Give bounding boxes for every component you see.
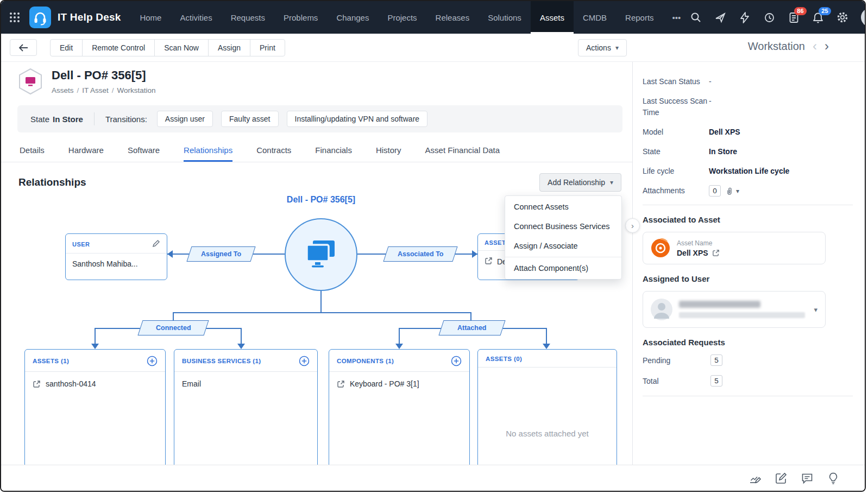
remote-control-button[interactable]: Remote Control [82, 39, 155, 56]
field-last-scan-status: Last Scan Status - [643, 76, 853, 87]
tab-relationships[interactable]: Relationships [184, 138, 232, 162]
notes-edit-icon[interactable] [775, 472, 788, 485]
add-plus-icon[interactable] [451, 356, 462, 366]
breadcrumb-workstation[interactable]: Workstation [117, 86, 156, 94]
divider [94, 112, 95, 125]
add-relationship-button[interactable]: Add Relationship ▾ [539, 173, 621, 192]
back-button[interactable] [10, 39, 37, 56]
lightbulb-icon[interactable] [827, 472, 840, 485]
tasks-badge: 86 [794, 7, 806, 15]
worklog-chart-icon[interactable] [749, 472, 762, 485]
tab-hardware[interactable]: Hardware [68, 138, 104, 162]
nav-item-home[interactable]: Home [130, 1, 171, 34]
app-logo[interactable] [29, 7, 51, 28]
group-item-link[interactable]: santhosh-0414 [25, 372, 165, 388]
nav-item-solutions[interactable]: Solutions [479, 1, 531, 34]
group-title: ASSETS (1) [33, 358, 69, 364]
arrowhead [472, 250, 477, 258]
nav-item-more[interactable]: ••• [663, 1, 690, 34]
tab-details[interactable]: Details [20, 138, 45, 162]
root-asset-link[interactable]: Dell - PO# 356[5] [240, 195, 402, 205]
assign-button[interactable]: Assign [208, 39, 250, 56]
announcement-icon[interactable] [714, 11, 726, 23]
edge-label-assigned-to: Assigned To [186, 246, 255, 262]
bottom-action-bar [1, 465, 865, 491]
user-node-label: USER [72, 241, 90, 248]
menu-item-connect-assets[interactable]: Connect Assets [505, 197, 621, 217]
tab-contracts[interactable]: Contracts [256, 138, 291, 162]
nav-item-activities[interactable]: Activities [171, 1, 221, 34]
menu-item-assign-associate[interactable]: Assign / Associate [505, 236, 621, 256]
associated-requests-heading: Associated Requests [643, 338, 853, 347]
edit-button[interactable]: Edit [50, 39, 83, 56]
tab-software[interactable]: Software [128, 138, 160, 162]
asset-header: Dell - PO# 356[5] Assets/IT Asset/Workst… [1, 62, 632, 98]
menu-divider [505, 257, 621, 257]
sidebar-collapse-button[interactable]: › [625, 218, 640, 233]
top-navigation: IT Help Desk Home Activities Requests Pr… [1, 1, 865, 34]
nav-item-cmdb[interactable]: CMDB [574, 1, 616, 34]
asset-hub-node[interactable] [285, 218, 357, 291]
connector-line [241, 328, 242, 345]
transition-assign-user-button[interactable]: Assign user [157, 111, 213, 127]
nav-item-projects[interactable]: Projects [378, 1, 426, 34]
prev-asset-icon[interactable]: ‹ [813, 40, 817, 53]
transition-installing-vpn-button[interactable]: Installing/updating VPN and software [287, 111, 428, 127]
associated-asset-name-link[interactable]: Dell XPS [677, 249, 708, 257]
chevron-down-icon[interactable]: ▾ [814, 306, 817, 314]
comments-icon[interactable] [801, 472, 814, 485]
settings-gear-icon[interactable] [836, 11, 848, 23]
empty-state-text: No assets attached yet [478, 429, 617, 438]
tab-history[interactable]: History [376, 138, 401, 162]
relationships-heading: Relationships [18, 176, 86, 188]
external-link-icon[interactable] [712, 249, 720, 257]
pending-count-badge[interactable]: 5 [710, 354, 722, 366]
breadcrumb-assets[interactable]: Assets [52, 86, 74, 94]
total-count-badge[interactable]: 5 [710, 375, 722, 387]
connector-line [320, 291, 322, 313]
user-avatar[interactable] [861, 8, 866, 27]
edit-pencil-icon[interactable] [152, 239, 160, 249]
breadcrumb-it-asset[interactable]: IT Asset [82, 86, 109, 94]
breadcrumb: Assets/IT Asset/Workstation [52, 86, 156, 94]
menu-item-attach-components[interactable]: Attach Component(s) [505, 258, 621, 278]
scan-now-button[interactable]: Scan Now [154, 39, 209, 56]
nav-item-assets[interactable]: Assets [531, 1, 574, 34]
group-item-link[interactable]: Keyboard - PO# 3[1] [329, 372, 469, 388]
nav-item-requests[interactable]: Requests [222, 1, 274, 34]
state-value: In Store [53, 115, 83, 124]
paperclip-icon [725, 186, 733, 195]
toolbar-button-group: Edit Remote Control Scan Now Assign Prin… [50, 39, 285, 56]
assigned-user-name[interactable]: Santhosh Mahiba... [72, 259, 138, 268]
menu-item-connect-business-services[interactable]: Connect Business Services [505, 217, 621, 236]
search-icon[interactable] [690, 11, 702, 23]
actions-dropdown-button[interactable]: Actions ▾ [578, 39, 627, 56]
transition-faulty-asset-button[interactable]: Faulty asset [221, 111, 278, 127]
nav-item-releases[interactable]: Releases [426, 1, 479, 34]
connector-line [546, 328, 547, 345]
group-item[interactable]: Email [174, 372, 317, 388]
nav-item-reports[interactable]: Reports [616, 1, 663, 34]
tab-financials[interactable]: Financials [315, 138, 352, 162]
add-plus-icon[interactable] [147, 356, 158, 366]
attachments-control[interactable]: ▾ [725, 186, 739, 195]
nav-item-problems[interactable]: Problems [274, 1, 327, 34]
asset-main-panel: Dell - PO# 356[5] Assets/IT Asset/Workst… [1, 62, 633, 492]
tasks-icon[interactable]: 86 [788, 11, 800, 23]
print-button[interactable]: Print [250, 39, 285, 56]
external-link-icon[interactable] [485, 257, 493, 267]
notifications-bell-icon[interactable]: 25 [812, 11, 824, 23]
chevron-down-icon: ▾ [610, 179, 613, 186]
group-title: COMPONENTS (1) [337, 358, 394, 364]
quick-actions-icon[interactable] [739, 11, 751, 23]
nav-item-changes[interactable]: Changes [327, 1, 378, 34]
connector-line [399, 328, 400, 345]
content-area: Dell - PO# 356[5] Assets/IT Asset/Workst… [1, 62, 865, 492]
add-plus-icon[interactable] [299, 356, 310, 366]
app-switcher-icon[interactable] [9, 11, 21, 23]
next-asset-icon[interactable]: › [825, 40, 829, 53]
app-window: IT Help Desk Home Activities Requests Pr… [0, 0, 866, 492]
connector-line [95, 328, 96, 345]
tab-asset-financial-data[interactable]: Asset Financial Data [425, 138, 500, 162]
history-icon[interactable] [763, 11, 775, 23]
